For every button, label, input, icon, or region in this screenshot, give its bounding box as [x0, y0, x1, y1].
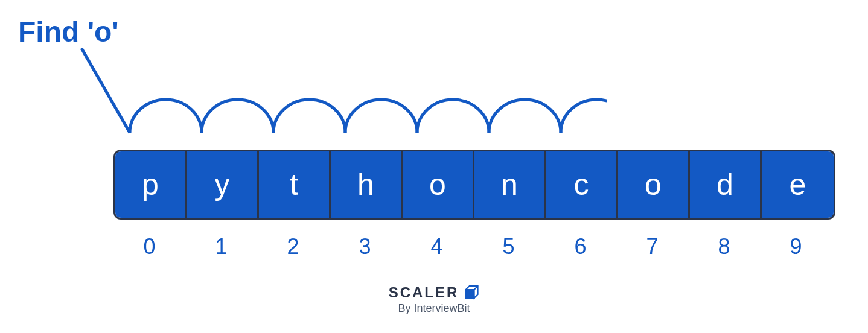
diagram-title: Find 'o'	[18, 15, 119, 48]
brand-logo: SCALER	[389, 284, 480, 301]
index-label: 2	[257, 229, 329, 259]
svg-line-0	[81, 48, 130, 133]
array-cell: h	[331, 151, 403, 218]
array-cell: p	[115, 151, 187, 218]
brand-name: SCALER	[389, 284, 459, 301]
array-cell: c	[546, 151, 618, 218]
index-label: 0	[113, 229, 185, 259]
cube-icon	[464, 285, 479, 300]
index-label: 6	[544, 229, 616, 259]
index-label: 8	[688, 229, 760, 259]
array-cell: y	[187, 151, 259, 218]
index-label: 3	[329, 229, 401, 259]
array-cell: n	[474, 151, 546, 218]
index-row: 0 1 2 3 4 5 6 7 8 9	[113, 229, 832, 259]
array-cell: o	[403, 151, 474, 218]
character-array: p y t h o n c o d e	[113, 150, 835, 220]
svg-rect-1	[465, 290, 474, 298]
index-label: 4	[401, 229, 473, 259]
footer: SCALER By InterviewBit	[389, 284, 480, 315]
array-cell: d	[690, 151, 762, 218]
index-label: 5	[473, 229, 544, 259]
index-label: 1	[185, 229, 257, 259]
array-cell: e	[762, 151, 834, 218]
array-cell: o	[618, 151, 690, 218]
index-label: 9	[760, 229, 832, 259]
brand-byline: By InterviewBit	[389, 302, 480, 315]
array-cell: t	[259, 151, 331, 218]
traversal-arrows	[63, 45, 607, 154]
index-label: 7	[616, 229, 688, 259]
